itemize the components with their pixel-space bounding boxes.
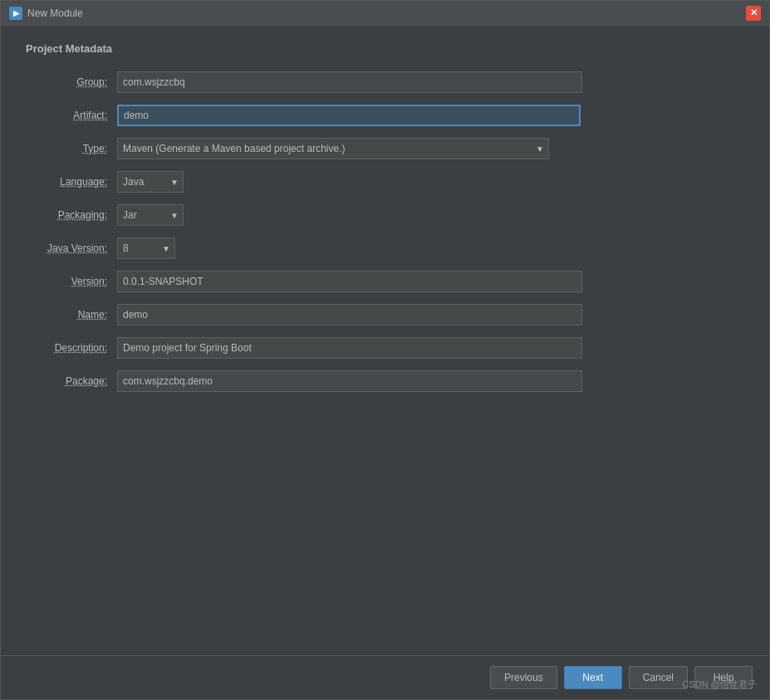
section-title: Project Metadata [26,42,744,58]
title-bar-left: ▶ New Module [9,7,83,20]
package-label: Package: [26,375,117,387]
packaging-select-wrapper: Jar ▼ [117,204,184,226]
artifact-input[interactable] [117,105,581,126]
name-row: Name: [26,304,744,326]
type-row: Type: Maven (Generate a Maven based proj… [26,138,744,159]
version-input[interactable] [117,271,582,292]
language-select-wrapper: Java ▼ [117,171,184,193]
cancel-button[interactable]: Cancel [629,666,688,689]
artifact-row: Artifact: [26,105,744,126]
package-row: Package: [26,370,744,392]
language-row: Language: Java ▼ [26,171,744,193]
watermark: CSDN @悟世君子 [683,678,757,691]
artifact-label: Artifact: [26,110,117,121]
dialog-content: Project Metadata Group: Artifact: Type: … [1,26,769,655]
language-select[interactable]: Java [117,171,184,193]
app-icon: ▶ [9,7,22,20]
description-input[interactable] [117,337,582,359]
type-label: Type: [26,143,117,154]
group-row: Group: [26,71,744,93]
package-input[interactable] [117,370,582,392]
java-version-row: Java Version: 8 ▼ [26,237,744,259]
type-select-wrapper: Maven (Generate a Maven based project ar… [117,138,549,159]
type-select[interactable]: Maven (Generate a Maven based project ar… [117,138,549,159]
title-bar: ▶ New Module ✕ [1,1,769,26]
language-label: Language: [26,176,117,188]
packaging-row: Packaging: Jar ▼ [26,204,744,226]
new-module-dialog: ▶ New Module ✕ Project Metadata Group: A… [0,0,770,700]
description-label: Description: [26,342,117,354]
close-button[interactable]: ✕ [746,6,761,21]
previous-button[interactable]: Previous [490,666,557,689]
group-label: Group: [26,76,117,88]
version-row: Version: [26,271,744,292]
window-title: New Module [27,7,83,19]
next-button[interactable]: Next [564,666,622,689]
packaging-label: Packaging: [26,209,117,221]
description-row: Description: [26,337,744,359]
version-label: Version: [26,276,117,287]
java-version-select[interactable]: 8 [117,237,175,259]
dialog-footer: Previous Next Cancel Help [1,655,769,699]
java-version-label: Java Version: [26,242,117,254]
name-input[interactable] [117,304,582,326]
name-label: Name: [26,309,117,321]
group-input[interactable] [117,71,582,93]
java-version-select-wrapper: 8 ▼ [117,237,175,259]
packaging-select[interactable]: Jar [117,204,184,226]
